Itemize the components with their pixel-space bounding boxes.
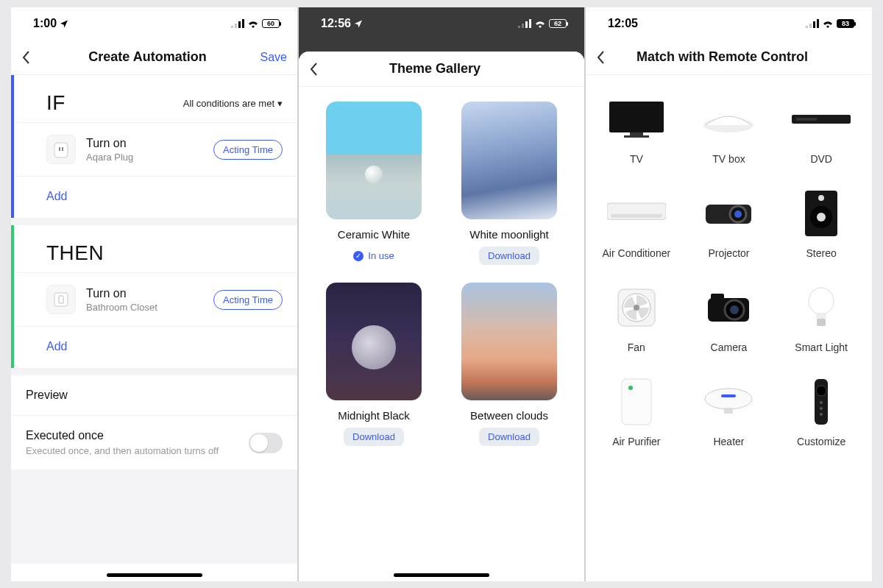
- back-button[interactable]: [21, 50, 45, 65]
- home-indicator[interactable]: [299, 564, 584, 581]
- status-time: 1:00: [33, 17, 57, 30]
- svg-rect-24: [611, 214, 662, 218]
- device-item-fan[interactable]: Fan: [593, 286, 680, 353]
- svg-rect-45: [721, 394, 736, 397]
- chevron-down-icon: ▾: [277, 98, 283, 109]
- theme-name: Midnight Black: [316, 409, 431, 422]
- theme-status-label: In use: [368, 250, 394, 261]
- executed-once-subtitle: Executed once, and then automation turns…: [26, 445, 219, 456]
- device-item-heater[interactable]: Heater: [686, 380, 773, 447]
- device-label: Air Purifier: [593, 436, 680, 447]
- page-title: Match with Remote Control: [620, 49, 825, 65]
- device-label: Camera: [686, 341, 773, 353]
- acting-time-button[interactable]: Acting Time: [213, 290, 283, 310]
- stereo-icon: [792, 191, 851, 235]
- fan-icon: [607, 286, 666, 330]
- if-item[interactable]: Turn on Aqara Plug Acting Time: [11, 122, 297, 176]
- download-button[interactable]: Download: [479, 428, 539, 446]
- device-label: Customize: [778, 436, 865, 447]
- cellular-icon: [806, 19, 819, 28]
- then-title: THEN: [46, 241, 104, 265]
- then-item[interactable]: Turn on Bathroom Closet Acting Time: [11, 272, 297, 326]
- svg-rect-18: [630, 132, 643, 135]
- svg-rect-41: [817, 319, 826, 326]
- svg-point-34: [634, 305, 639, 311]
- if-title: IF: [46, 91, 65, 115]
- cellular-icon: [518, 19, 531, 28]
- svg-point-51: [820, 413, 823, 416]
- svg-rect-6: [62, 147, 63, 151]
- executed-once-toggle[interactable]: [249, 433, 283, 453]
- back-button[interactable]: [596, 50, 620, 65]
- tvbox-icon: [699, 97, 758, 141]
- theme-name: Ceramic White: [316, 228, 431, 241]
- svg-rect-36: [711, 294, 724, 301]
- svg-point-43: [628, 386, 633, 390]
- status-bar: 12:56 62: [299, 7, 584, 40]
- svg-rect-12: [529, 19, 531, 28]
- svg-rect-46: [724, 408, 733, 414]
- device-item-bulb[interactable]: Smart Light: [778, 286, 865, 353]
- remote-control-screen: 12:05 83 Match with Remote Control .: [585, 7, 872, 581]
- svg-rect-17: [609, 102, 664, 132]
- download-button[interactable]: Download: [479, 247, 539, 265]
- theme-thumbnail: [326, 283, 422, 400]
- acting-time-button[interactable]: Acting Time: [213, 140, 283, 160]
- preview-label: Preview: [26, 389, 283, 402]
- preview-row[interactable]: Preview: [11, 375, 297, 415]
- switch-icon: [46, 285, 76, 314]
- then-add-button[interactable]: Add: [11, 326, 297, 368]
- svg-point-38: [730, 305, 739, 314]
- device-item-ac[interactable]: Air Conditioner: [593, 191, 680, 259]
- condition-mode-label: All conditions are met: [183, 98, 274, 109]
- svg-point-48: [816, 386, 826, 396]
- theme-name: Between clouds: [452, 409, 567, 422]
- svg-rect-0: [231, 26, 233, 28]
- purifier-icon: [607, 380, 666, 424]
- device-label: TV: [593, 153, 680, 165]
- wifi-icon: [822, 19, 834, 28]
- device-item-stereo[interactable]: Stereo: [778, 191, 865, 259]
- theme-status-label: Download: [352, 431, 395, 442]
- back-button[interactable]: [309, 62, 333, 77]
- device-item-camera[interactable]: Camera: [686, 286, 773, 353]
- home-indicator[interactable]: [586, 564, 872, 581]
- device-label: Smart Light: [778, 341, 865, 353]
- svg-rect-4: [54, 143, 68, 157]
- page-title: Theme Gallery: [333, 61, 537, 77]
- svg-point-31: [818, 195, 824, 201]
- status-time: 12:56: [321, 17, 351, 30]
- save-button[interactable]: Save: [250, 51, 287, 64]
- device-item-purifier[interactable]: Air Purifier: [593, 380, 680, 447]
- in-use-badge: In use: [344, 247, 403, 265]
- svg-rect-10: [522, 24, 524, 28]
- theme-gallery-screen: 12:56 62: [298, 7, 585, 581]
- device-item-dvd[interactable]: DVD: [778, 97, 865, 165]
- theme-item[interactable]: Ceramic White In use: [316, 102, 431, 265]
- device-item-remote[interactable]: Customize: [778, 380, 865, 447]
- svg-rect-13: [806, 26, 808, 28]
- theme-thumbnail: [326, 102, 422, 219]
- home-indicator[interactable]: [11, 564, 297, 581]
- dvd-icon: [792, 97, 851, 141]
- plug-icon: [46, 135, 76, 164]
- theme-item[interactable]: Between clouds Download: [452, 283, 567, 446]
- device-label: Heater: [686, 436, 773, 447]
- device-item-tv[interactable]: TV: [593, 97, 680, 165]
- battery-icon: 83: [837, 19, 854, 28]
- theme-thumbnail: [461, 283, 557, 400]
- device-item-tvbox[interactable]: TV box: [686, 97, 773, 165]
- device-item-projector[interactable]: Projector: [686, 191, 773, 259]
- if-add-button[interactable]: Add: [11, 176, 297, 218]
- page-title: Create Automation: [45, 49, 250, 65]
- svg-point-30: [817, 213, 826, 222]
- theme-item[interactable]: White moonlight Download: [452, 102, 567, 265]
- theme-item[interactable]: Midnight Black Download: [316, 283, 431, 446]
- wifi-icon: [247, 19, 259, 28]
- theme-thumbnail: [461, 102, 557, 219]
- download-button[interactable]: Download: [344, 428, 404, 446]
- if-stripe: [11, 75, 14, 218]
- condition-mode-selector[interactable]: All conditions are met ▾: [183, 98, 283, 109]
- executed-once-row: Executed once Executed once, and then au…: [11, 415, 297, 470]
- svg-rect-40: [816, 313, 826, 319]
